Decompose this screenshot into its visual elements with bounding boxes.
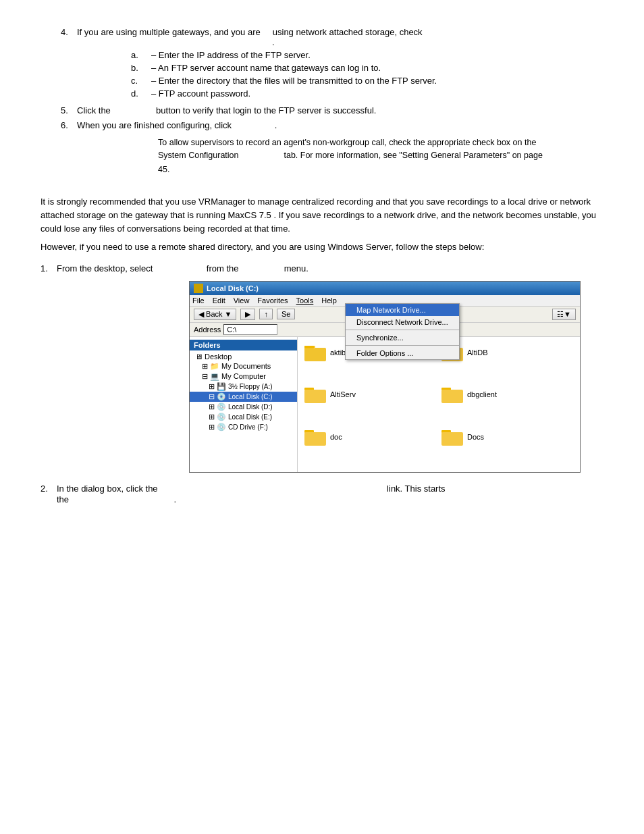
back-button[interactable]: ◀ Back ▼ [194,309,236,320]
menu-view[interactable]: View [234,296,250,305]
drive-d-icon: 💿 [217,402,226,411]
tree-item-local-d[interactable]: ⊞ 💿 Local Disk (D:) [190,402,297,412]
context-menu-item-synchronize[interactable]: Synchronize... [346,332,459,344]
menu-favorites[interactable]: Favorites [257,296,288,305]
step-1-item: 1. From the desktop, select from the men… [41,263,603,274]
step-2-text2: the . [57,494,176,504]
drive-c-label: Local Disk (C:) [228,393,273,400]
alpha-item-d: d. – FTP account password. [131,88,603,99]
address-value[interactable]: C:\ [223,324,277,335]
numbered-list: 4. If you are using multiple gateways, a… [61,27,603,182]
file-name-dbgclient: dbgclient [467,390,497,398]
alpha-content-b: – An FTP server account name that gatewa… [151,63,603,73]
svg-rect-3 [304,346,314,348]
step-2-content: In the dialog box, click the link. This … [57,484,603,505]
step-1-section: 1. From the desktop, select from the men… [41,263,603,274]
drive-c-icon: 💿 [217,392,226,401]
note-box: To allow supervisors to record an agent'… [158,136,603,176]
tree-item-desktop[interactable]: 🖥 Desktop [190,352,297,361]
up-button[interactable]: ↑ [259,309,273,319]
recommendation-section: It is strongly recommended that you use … [41,195,603,254]
letter-b: b. [131,63,151,73]
svg-rect-1 [304,348,326,361]
desktop-icon: 🖥 [195,353,203,361]
expand-icon-mydocs: ⊞ [202,362,208,371]
tree-item-cd[interactable]: ⊞ 💿 CD Drive (F:) [190,422,297,432]
tree-item-mycomputer[interactable]: ⊟ 💻 My Computer [190,371,297,382]
expand-icon-floppy: ⊞ [209,382,215,391]
file-item-altiserv[interactable]: AltiServ [304,386,436,403]
file-item-dbgclient[interactable]: dbgclient [441,386,573,403]
svg-rect-11 [304,432,326,446]
explorer-titlebar: Local Disk (C:) [190,282,580,295]
expand-icon-cd: ⊞ [209,423,215,432]
list-item-5: 5. Click the button to verify that login… [61,105,603,116]
alpha-item-c: c. – Enter the directory that the files … [131,76,603,86]
item-6-text: When you are finished configuring, click… [77,120,277,130]
tree-item-mydocs[interactable]: ⊞ 📁 My Documents [190,361,297,371]
letter-a: a. [131,50,151,60]
forward-button[interactable]: ▶ [240,309,255,320]
step-2-text: In the dialog box, click the link. This … [57,484,446,494]
file-item-altidb[interactable]: AltiDB [441,344,573,361]
drive-e-icon: 💿 [217,413,226,421]
expand-icon-e: ⊞ [209,413,215,421]
svg-rect-13 [441,432,463,446]
file-item-doc[interactable]: doc [304,428,436,446]
recommendation-para1: It is strongly recommended that you use … [41,195,603,236]
menu-tools[interactable]: Tools [296,296,314,305]
cd-label: CD Drive (F:) [228,423,268,431]
expand-icon-mycomputer: ⊟ [202,372,208,381]
step-2-item: 2. In the dialog box, click the link. Th… [41,484,603,505]
alpha-item-a: a. – Enter the IP address of the FTP ser… [131,50,603,60]
context-menu-divider-2 [346,345,459,346]
list-item-4: 4. If you are using multiple gateways, a… [61,27,603,101]
folder-icon-dbgclient [441,386,463,403]
file-name-altiserv: AltiServ [330,390,356,398]
menu-file[interactable]: File [192,296,205,305]
file-name-altidb: AltiDB [467,348,488,357]
alpha-content-a: – Enter the IP address of the FTP server… [151,50,603,60]
folder-icon-docs [441,428,463,446]
floppy-icon: 💾 [217,382,226,391]
drive-e-label: Local Disk (E:) [228,413,272,421]
desktop-label: Desktop [205,353,232,361]
context-menu-item-folder-options[interactable]: Folder Options ... [346,347,459,359]
tree-item-floppy[interactable]: ⊞ 💾 3½ Floppy (A:) [190,382,297,392]
context-menu-item-map[interactable]: Map Network Drive... [346,304,459,316]
floppy-label: 3½ Floppy (A:) [228,383,273,390]
alpha-content-c: – Enter the directory that the files wil… [151,76,603,86]
item-5-text: Click the button to verify that login to… [77,105,376,115]
item-content-5: Click the button to verify that login to… [77,105,603,116]
view-button[interactable]: ☷▼ [552,309,576,320]
svg-rect-7 [304,390,326,403]
step-1-num: 1. [41,263,57,274]
address-label: Address [194,325,221,334]
context-menu: Map Network Drive... Disconnect Network … [345,303,460,360]
file-name-docs: Docs [467,433,484,441]
alpha-item-b: b. – An FTP server account name that gat… [131,63,603,73]
item-content-6: When you are finished configuring, click… [77,120,603,182]
step-1-content: From the desktop, select from the menu. [57,263,603,274]
svg-rect-9 [441,390,463,403]
menu-help[interactable]: Help [321,296,337,305]
menu-edit[interactable]: Edit [213,296,225,305]
item-4-text2: . [77,37,275,47]
titlebar-icon [194,284,203,293]
file-name-doc: doc [330,433,342,441]
context-menu-item-disconnect[interactable]: Disconnect Network Drive... [346,316,459,328]
tree-item-local-c[interactable]: ⊟ 💿 Local Disk (C:) [190,392,297,402]
letter-c: c. [131,76,151,86]
explorer-left-panel: Folders 🖥 Desktop ⊞ 📁 My Documents ⊟ 💻 M… [190,337,298,472]
explorer-wrapper: Local Disk (C:) File Edit View Favorites… [108,281,603,473]
list-item-6: 6. When you are finished configuring, cl… [61,120,603,182]
context-menu-divider-1 [346,330,459,330]
step-1-text: From the desktop, select from the menu. [57,263,308,273]
step-2-section: 2. In the dialog box, click the link. Th… [41,484,603,505]
search-button[interactable]: Se [277,309,295,319]
tree-item-local-e[interactable]: ⊞ 💿 Local Disk (E:) [190,412,297,422]
folder-icon-aktibackup [304,344,326,361]
item-number-5: 5. [61,105,77,116]
file-item-docs[interactable]: Docs [441,428,573,446]
letter-d: d. [131,88,151,99]
